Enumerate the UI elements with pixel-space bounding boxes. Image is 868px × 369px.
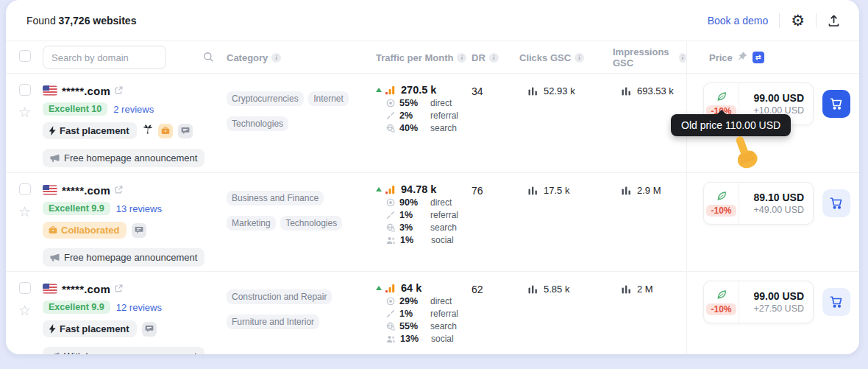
reviews-link[interactable]: 2 reviews	[113, 104, 154, 115]
impressions-value: 2 M	[637, 284, 653, 295]
results-count: Found 37,726 websites	[26, 15, 136, 27]
table-row: ☆ *****.com Excellent 9.9 12 reviews Fas…	[6, 272, 859, 354]
add-to-cart-button[interactable]	[822, 288, 850, 316]
info-icon[interactable]: i	[457, 53, 466, 63]
bar-chart-icon	[528, 87, 538, 96]
briefcase-icon[interactable]	[158, 124, 173, 138]
traffic-bars-icon	[385, 185, 396, 194]
category-pill: Technologies	[280, 216, 342, 231]
column-dr[interactable]: DR	[472, 52, 485, 63]
bar-chart-icon	[528, 285, 538, 294]
traffic-bars-icon	[385, 85, 396, 95]
row-checkbox[interactable]	[19, 183, 31, 195]
breakdown-pct: 40%	[399, 123, 426, 133]
select-all-checkbox[interactable]	[19, 50, 31, 62]
price-sort-badge-icon[interactable]: ⇄	[753, 52, 764, 63]
reviews-link[interactable]: 12 reviews	[116, 302, 162, 313]
traffic-cell: 94.78 k 90%direct 1%referral 3%search 1%…	[370, 173, 467, 271]
traffic-cell: 270.5 k 55%direct 2%referral 40%search	[370, 74, 467, 172]
trend-up-icon	[376, 187, 382, 191]
column-impressions[interactable]: Impressions GSC	[613, 46, 675, 68]
row-checkbox[interactable]	[19, 282, 31, 294]
domain-name[interactable]: *****.com	[62, 85, 110, 97]
reviews-link[interactable]: 13 reviews	[116, 203, 162, 214]
traffic-value: 94.78 k	[401, 183, 436, 195]
bar-chart-icon	[622, 87, 631, 96]
cart-icon	[830, 97, 843, 110]
column-category[interactable]: Category	[227, 52, 268, 63]
domain-name[interactable]: *****.com	[62, 283, 110, 295]
palm-tree-icon[interactable]	[142, 124, 153, 138]
fast-placement-tag: Fast placement	[43, 122, 137, 139]
social-icon	[386, 335, 396, 343]
info-icon[interactable]: i	[271, 53, 281, 63]
category-pill: Construction and Repair	[227, 289, 332, 304]
domain-name[interactable]: *****.com	[62, 184, 110, 197]
info-icon[interactable]: i	[679, 53, 686, 63]
price-card[interactable]: -10% 99.00 USD +27.50 USD	[703, 281, 814, 323]
external-link-icon[interactable]	[115, 282, 123, 295]
search-input[interactable]	[43, 46, 166, 69]
breakdown-pct: 1%	[399, 210, 426, 220]
trend-up-icon	[376, 286, 382, 290]
search-icon	[203, 52, 214, 66]
breakdown-label: referral	[430, 210, 458, 220]
bar-chart-icon	[622, 186, 631, 195]
direct-icon	[386, 198, 395, 207]
breakdown-pct: 55%	[399, 321, 426, 331]
top-header: Found 37,726 websites Book a demo ⚙	[6, 0, 859, 41]
impressions-value: 693.53 k	[637, 85, 674, 96]
breakdown-pct: 1%	[400, 235, 427, 245]
dr-value: 34	[467, 74, 513, 172]
info-icon[interactable]: i	[574, 53, 584, 63]
us-flag-icon	[43, 284, 57, 294]
traffic-cell: 64 k 29%direct 1%referral 55%search 13%s…	[370, 272, 467, 354]
column-price[interactable]: Price	[709, 52, 733, 63]
external-link-icon[interactable]	[115, 183, 123, 197]
breakdown-label: referral	[430, 110, 458, 121]
clicks-value: 52.93 k	[544, 85, 575, 96]
trend-up-icon	[376, 88, 382, 92]
dr-value: 76	[467, 173, 513, 271]
category-pill: Business and Finance	[227, 191, 324, 205]
favorite-star-icon[interactable]: ☆	[18, 105, 43, 119]
category-pill: Marketing	[227, 216, 276, 231]
comment-icon[interactable]	[178, 124, 193, 138]
favorite-star-icon[interactable]: ☆	[18, 205, 43, 219]
export-upload-icon[interactable]	[828, 14, 840, 27]
row-checkbox[interactable]	[19, 84, 31, 96]
column-traffic[interactable]: Traffic per Month	[376, 52, 453, 63]
book-demo-link[interactable]: Book a demo	[708, 15, 769, 27]
add-to-cart-button[interactable]	[822, 90, 850, 118]
bar-chart-icon	[622, 285, 631, 294]
comment-icon[interactable]	[142, 322, 157, 337]
column-clicks[interactable]: Clicks GSC	[519, 52, 571, 63]
add-to-cart-button[interactable]	[822, 189, 850, 217]
breakdown-label: social	[431, 235, 454, 245]
price-card[interactable]: -10% 89.10 USD +49.00 USD	[703, 182, 814, 225]
external-link-icon[interactable]	[115, 84, 123, 97]
breakdown-label: direct	[430, 98, 452, 108]
comment-icon[interactable]	[132, 223, 146, 238]
rating-badge: Excellent 9.9	[43, 202, 110, 215]
pin-icon[interactable]	[738, 52, 747, 63]
impressions-value: 2.9 M	[637, 185, 661, 196]
info-icon[interactable]: i	[489, 53, 499, 63]
lightning-icon	[49, 324, 56, 334]
fast-placement-tag: Fast placement	[43, 320, 137, 337]
discount-badge[interactable]: -10%	[706, 205, 736, 217]
divider	[816, 13, 817, 28]
collaborated-tag: Collaborated	[43, 222, 127, 239]
dr-value: 62	[467, 272, 513, 354]
favorite-star-icon[interactable]: ☆	[18, 303, 43, 317]
settings-gear-icon[interactable]: ⚙	[791, 13, 805, 28]
discount-badge[interactable]: -10%	[706, 303, 736, 315]
breakdown-pct: 55%	[399, 98, 426, 108]
breakdown-label: direct	[430, 197, 452, 208]
cart-icon	[830, 197, 843, 210]
clicks-value: 17.5 k	[544, 185, 569, 196]
announcement-badge: Free homepage announcement	[43, 149, 204, 167]
clicks-value: 5.85 k	[544, 284, 569, 295]
price-value: 99.00 USD	[754, 290, 804, 302]
price-extra: +49.00 USD	[754, 205, 804, 215]
